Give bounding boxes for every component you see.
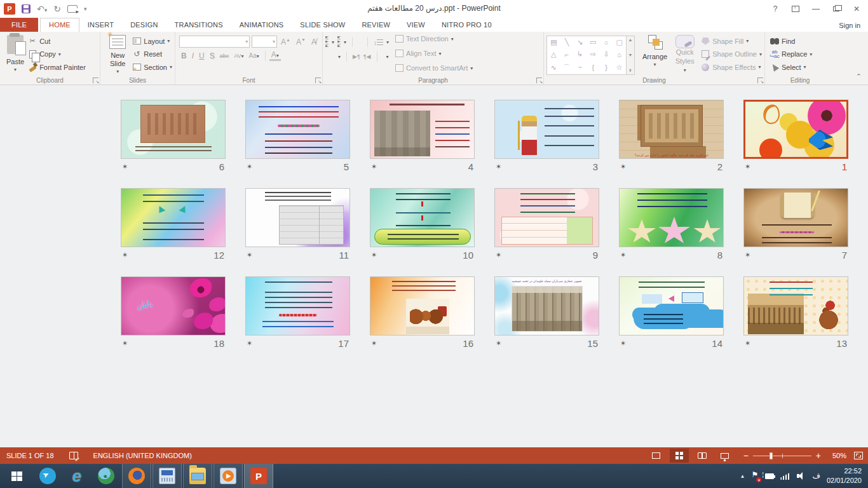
volume-icon[interactable] (797, 472, 806, 480)
zoom-level[interactable]: 50% (825, 452, 846, 459)
taskbar-icon-explorer[interactable] (183, 464, 212, 488)
save-icon[interactable] (22, 4, 31, 13)
reset-button[interactable]: ↺Reset (132, 48, 172, 60)
animation-star-icon[interactable]: ✶ (371, 251, 377, 259)
shrink-font-button[interactable]: A▼ (294, 37, 308, 46)
drawing-dialog-launcher[interactable] (757, 78, 763, 83)
clipboard-dialog-launcher[interactable] (93, 78, 98, 83)
section-button[interactable]: Section▾ (132, 61, 172, 73)
taskbar-icon-mpc[interactable] (214, 464, 243, 488)
slide-thumbnail-6[interactable] (121, 100, 226, 159)
taskbar-icon-ppt[interactable]: P (244, 464, 273, 488)
italic-button[interactable]: I (190, 51, 196, 60)
shape-glyph-3[interactable]: ▭ (590, 38, 596, 46)
character-spacing-button[interactable]: AV▾ (232, 53, 245, 59)
animation-star-icon[interactable]: ✶ (745, 251, 750, 259)
slide-thumbnail-10[interactable] (370, 188, 475, 247)
shape-glyph-12[interactable]: ∿ (551, 64, 557, 72)
slide-thumbnail-9[interactable] (494, 188, 599, 247)
animation-star-icon[interactable]: ✶ (122, 251, 128, 259)
select-button[interactable]: Select▾ (770, 61, 832, 73)
customize-qat-icon[interactable]: ▾ (84, 6, 87, 12)
animation-star-icon[interactable]: ✶ (247, 251, 252, 259)
animation-star-icon[interactable]: ✶ (745, 163, 750, 171)
arrange-button[interactable]: Arrange ▾ (639, 34, 671, 76)
slide-thumbnail-2[interactable]: امپراتوری های قدرتمند چگونه کشور را ادار… (619, 100, 724, 159)
shape-glyph-11[interactable]: ⌂ (617, 51, 621, 58)
shape-glyph-4[interactable]: ○ (604, 39, 609, 46)
show-hidden-icons-button[interactable]: ▲ (740, 473, 745, 479)
shape-glyph-2[interactable]: ↘ (577, 38, 583, 46)
line-spacing-button[interactable]: ↕ (374, 38, 383, 46)
help-button[interactable]: ? (766, 2, 784, 16)
animation-star-icon[interactable]: ✶ (620, 339, 626, 348)
slide-thumbnail-1[interactable] (743, 100, 848, 159)
taskbar-icon-ie[interactable]: e (62, 464, 92, 488)
change-case-button[interactable]: Aa▾ (247, 52, 261, 59)
cut-button[interactable]: ✂Cut (28, 35, 86, 47)
animation-star-icon[interactable]: ✶ (496, 339, 501, 348)
slide-show-button[interactable] (715, 449, 735, 463)
grow-font-button[interactable]: A▲ (279, 37, 292, 46)
close-button[interactable]: ✕ (848, 2, 865, 16)
shadow-button[interactable]: S (208, 51, 217, 60)
normal-view-button[interactable] (647, 449, 666, 463)
taskbar-clock[interactable]: 22:52 02/01/2020 (827, 466, 862, 485)
animation-star-icon[interactable]: ✶ (496, 163, 501, 171)
format-painter-button[interactable]: Format Painter (28, 61, 86, 73)
quick-styles-button[interactable]: Quick Styles ▾ (671, 34, 698, 76)
network-signal-icon[interactable] (780, 472, 790, 480)
taskbar-icon-idm[interactable] (92, 464, 121, 488)
powerpoint-logo-icon[interactable]: P (4, 3, 15, 15)
taskbar-icon-firefox[interactable] (122, 464, 151, 488)
clear-formatting-button[interactable]: A̸ (309, 37, 318, 46)
tab-nitro-pro-10[interactable]: NITRO PRO 10 (433, 18, 500, 32)
paragraph-dialog-launcher[interactable] (536, 78, 542, 83)
shape-glyph-5[interactable]: ▢ (616, 38, 622, 46)
new-slide-button[interactable]: New Slide ▾ (103, 34, 132, 76)
replace-button[interactable]: ab⮡acReplace▾ (770, 48, 832, 60)
shape-glyph-7[interactable]: ⌐ (565, 51, 569, 58)
shape-glyph-8[interactable]: ↳ (577, 50, 583, 58)
tab-slide-show[interactable]: SLIDE SHOW (292, 18, 353, 32)
animation-star-icon[interactable]: ✶ (496, 251, 501, 259)
paste-button[interactable]: Paste ▾ (3, 34, 28, 76)
align-text-button[interactable]: Align Text▾ (395, 50, 473, 57)
animation-star-icon[interactable]: ✶ (247, 339, 252, 348)
tab-review[interactable]: REVIEW (353, 18, 398, 32)
action-center-icon[interactable] (751, 471, 759, 480)
slide-thumbnail-12[interactable] (121, 188, 226, 247)
shape-glyph-9[interactable]: ⇨ (590, 50, 596, 58)
ribbon-display-options-button[interactable] (787, 2, 804, 16)
start-button[interactable] (0, 464, 33, 488)
slide-sorter-view-button[interactable] (670, 449, 689, 463)
animation-star-icon[interactable]: ✶ (620, 163, 626, 171)
copy-button[interactable]: Copy▾ (28, 48, 86, 60)
bold-button[interactable]: B (179, 51, 189, 60)
bullets-button[interactable] (325, 36, 329, 48)
tab-design[interactable]: DESIGN (122, 18, 166, 32)
animation-star-icon[interactable]: ✶ (122, 339, 128, 348)
input-language-indicator[interactable]: ف (812, 471, 820, 480)
slide-thumbnail-8[interactable] (619, 188, 724, 247)
sign-in-link[interactable]: Sign in (839, 22, 860, 29)
minimize-button[interactable]: — (807, 2, 825, 16)
animation-star-icon[interactable]: ✶ (620, 251, 626, 259)
layout-button[interactable]: Layout▾ (132, 35, 172, 47)
taskbar-icon-telegram[interactable] (33, 464, 62, 488)
ltr-direction-button[interactable]: ▶¶ (353, 53, 360, 60)
shape-glyph-15[interactable]: { (592, 64, 594, 71)
shape-glyph-16[interactable]: } (605, 64, 607, 71)
redo-icon[interactable]: ↻ (53, 4, 61, 13)
slide-thumbnail-5[interactable] (245, 100, 350, 159)
shape-glyph-10[interactable]: ⇩ (603, 50, 609, 58)
animation-star-icon[interactable]: ✶ (745, 339, 750, 348)
slide-thumbnail-13[interactable] (743, 276, 848, 336)
shape-glyph-17[interactable]: ☆ (616, 64, 623, 72)
tab-transitions[interactable]: TRANSITIONS (166, 18, 231, 32)
reading-view-button[interactable] (693, 449, 712, 463)
slide-thumbnail-11[interactable] (245, 188, 350, 247)
shape-outline-button[interactable]: Shape Outline▾ (701, 48, 762, 60)
shape-glyph-1[interactable]: ╲ (565, 38, 569, 46)
strikethrough-button[interactable]: abc (218, 53, 231, 59)
